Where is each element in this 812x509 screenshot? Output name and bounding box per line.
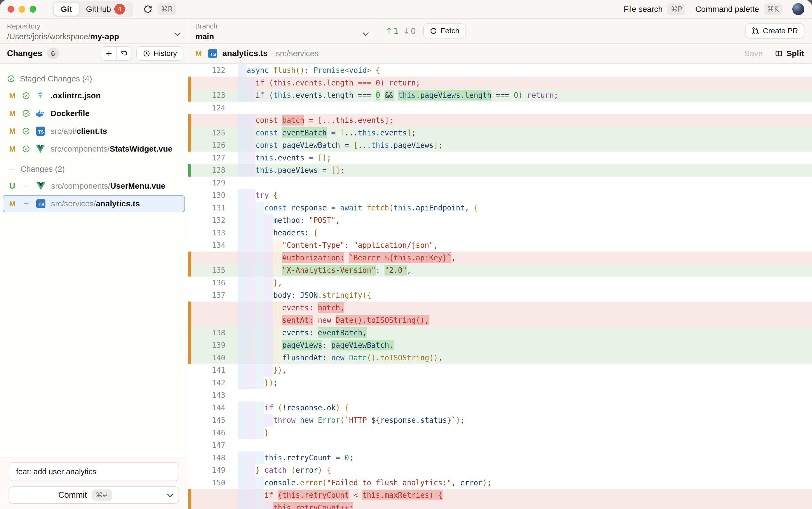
diff-line[interactable]: 133 headers: { — [188, 227, 812, 239]
diff-change-marker — [188, 502, 191, 509]
line-number — [188, 251, 231, 264]
diff-line[interactable]: 150 console.error("Failed to flush analy… — [188, 476, 812, 489]
unstage-dash-icon[interactable]: − — [22, 181, 31, 191]
refresh-button[interactable] — [143, 4, 153, 14]
diff-line[interactable]: this.retryCount++; — [188, 502, 812, 509]
staged-check-icon[interactable] — [22, 92, 30, 100]
diff-change-marker — [188, 89, 191, 102]
unstage-dash-icon[interactable]: − — [22, 199, 31, 209]
tab-git[interactable]: Git — [54, 3, 79, 15]
branch-label: Branch — [195, 22, 369, 30]
undo-button[interactable] — [117, 47, 131, 60]
repository-name: my-app — [90, 32, 119, 41]
command-palette-label: Command palette — [695, 5, 759, 14]
file-search-label: File search — [623, 5, 663, 14]
file-row[interactable]: U − src/components/UserMenu.vue — [3, 177, 185, 195]
tab-github[interactable]: GitHub 4 — [79, 3, 132, 15]
diff-line[interactable]: sentAt: new Date().toISOString(), — [188, 314, 812, 327]
repository-selector[interactable]: Repository /Users/joris/workspace/my-app — [0, 19, 188, 43]
diff-line[interactable]: 137 body: JSON.stringify({ — [188, 289, 812, 302]
code-text: }); — [231, 376, 812, 389]
diff-line[interactable]: if (this.events.length === 0) return; — [188, 77, 812, 89]
line-number — [188, 489, 231, 502]
staged-changes-header[interactable]: Staged Changes (4) — [0, 71, 188, 87]
diff-line[interactable]: 126 const pageViewBatch = [...this.pageV… — [188, 139, 812, 151]
git-client-window: Git GitHub 4 ⌘R File search ⌘P Command p… — [0, 0, 812, 509]
diff-line[interactable]: 124 — [188, 102, 812, 114]
tab-git-label: Git — [61, 5, 72, 14]
diff-line[interactable]: 129 — [188, 176, 812, 189]
diff-line[interactable]: 143 — [188, 389, 812, 402]
diff-line[interactable]: 139 pageViews: pageViewBatch, — [188, 339, 812, 351]
file-row[interactable]: M − TS src/services/analytics.ts — [3, 195, 185, 212]
diff-line[interactable]: 134 "Content-Type": "application/json", — [188, 239, 812, 251]
diff-line[interactable]: 128 this.pageViews = []; — [188, 164, 812, 176]
zoom-window-button[interactable] — [30, 6, 36, 13]
diff-line[interactable]: 131 const response = await fetch(this.ap… — [188, 202, 812, 214]
diff-line[interactable]: 144 if (!response.ok) { — [188, 402, 812, 414]
diff-line[interactable]: if (this.retryCount < this.maxRetries) { — [188, 489, 812, 502]
diff-line[interactable]: 130 try { — [188, 189, 812, 202]
file-row[interactable]: M Dockerfile — [3, 105, 185, 122]
minimize-window-button[interactable] — [19, 6, 25, 13]
diff-line[interactable]: 148 this.retryCount = 0; — [188, 451, 812, 464]
changes-sidebar: Staged Changes (4) M .oxlintrc.json M Do… — [0, 64, 188, 509]
diff-line[interactable]: 122 async flush(): Promise<void> { — [188, 64, 812, 77]
diff-line[interactable]: 142 }); — [188, 376, 812, 389]
line-number: 146 — [188, 427, 231, 439]
file-row[interactable]: M TS src/api/client.ts — [3, 123, 185, 140]
user-avatar[interactable] — [792, 3, 805, 15]
diff-line[interactable]: 145 throw new Error(`HTTP ${response.sta… — [188, 414, 812, 427]
diff-line[interactable]: 136 }, — [188, 276, 812, 289]
code-text: events: eventBatch, — [231, 327, 812, 339]
tab-github-label: GitHub — [86, 5, 111, 14]
file-row[interactable]: M src/components/StatsWidget.vue — [3, 140, 185, 158]
diff-line[interactable]: 149 } catch (error) { — [188, 464, 812, 476]
fetch-button[interactable]: Fetch — [423, 23, 466, 38]
commit-options-button[interactable] — [161, 487, 178, 503]
close-window-button[interactable] — [7, 6, 14, 13]
diff-line[interactable]: 125 const eventBatch = [...this.events]; — [188, 127, 812, 139]
file-search-button[interactable]: File search ⌘P — [623, 3, 685, 15]
diff-change-marker — [188, 164, 191, 176]
staged-check-icon[interactable] — [22, 145, 30, 153]
line-number: 147 — [188, 439, 231, 451]
create-pr-button[interactable]: Create PR — [745, 23, 805, 39]
diff-line[interactable]: Authorization: `Bearer ${this.apiKey}`, — [188, 251, 812, 264]
diff-change-marker — [188, 77, 191, 89]
diff-line[interactable]: 132 method: "POST", — [188, 214, 812, 227]
command-palette-button[interactable]: Command palette ⌘K — [695, 3, 782, 15]
split-view-button[interactable]: Split — [775, 49, 804, 58]
history-button[interactable]: History — [136, 46, 183, 61]
add-file-button[interactable] — [101, 47, 117, 60]
diff-line[interactable]: 138 events: eventBatch, — [188, 327, 812, 339]
file-list: Staged Changes (4) M .oxlintrc.json M Do… — [0, 64, 188, 456]
code-text: "X-Analytics-Version": "2.0", — [231, 264, 812, 276]
code-text: throw new Error(`HTTP ${response.status}… — [231, 414, 812, 427]
staged-check-icon[interactable] — [22, 127, 30, 135]
commit-message-input[interactable]: feat: add user analytics — [9, 462, 179, 481]
diff-line[interactable]: 140 flushedAt: new Date().toISOString(), — [188, 351, 812, 364]
line-number: 148 — [188, 451, 231, 464]
commit-button[interactable]: Commit ⌘↵ — [9, 487, 161, 503]
branch-selector[interactable]: Branch main — [188, 19, 377, 43]
diff-line[interactable]: 147 — [188, 439, 812, 451]
save-button[interactable]: Save — [745, 49, 763, 58]
file-row[interactable]: M .oxlintrc.json — [3, 87, 185, 104]
diff-change-marker — [188, 314, 191, 327]
staged-check-icon[interactable] — [22, 109, 30, 117]
diff-line[interactable]: 123 if (this.events.length === 0 && this… — [188, 89, 812, 102]
diff-line[interactable]: 146 } — [188, 427, 812, 439]
line-number: 149 — [188, 464, 231, 476]
unstaged-changes-header[interactable]: − Changes (2) — [0, 161, 188, 177]
diff-line[interactable]: 135 "X-Analytics-Version": "2.0", — [188, 264, 812, 276]
diff-line[interactable]: 127 this.events = []; — [188, 151, 812, 164]
code-text: if (this.retryCount < this.maxRetries) { — [231, 489, 812, 502]
staged-check-icon — [7, 75, 15, 83]
diff-line[interactable]: 141 }), — [188, 364, 812, 376]
diff-view[interactable]: 122 async flush(): Promise<void> { if (t… — [188, 64, 812, 509]
diff-line[interactable]: const batch = [...this.events]; — [188, 114, 812, 127]
diff-line[interactable]: events: batch, — [188, 302, 812, 314]
line-number: 124 — [188, 102, 231, 114]
commits-behind: ↓ 0 — [403, 26, 416, 36]
